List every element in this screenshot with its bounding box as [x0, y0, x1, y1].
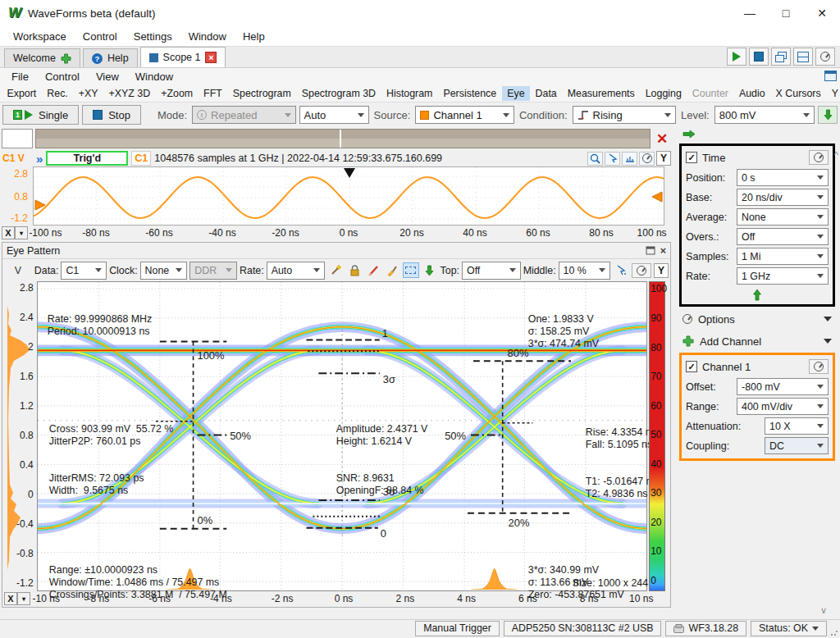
- status-button[interactable]: Status: OK: [751, 621, 827, 636]
- collapse-sidebar-button[interactable]: [679, 129, 835, 142]
- viewtab-xcursors[interactable]: X Cursors: [770, 86, 826, 101]
- global-options-button[interactable]: [815, 48, 835, 66]
- float-panel-icon[interactable]: [646, 246, 655, 255]
- eye-clock-select[interactable]: None: [140, 262, 188, 280]
- viewtab-eye[interactable]: Eye: [502, 86, 530, 101]
- eye-rate-select[interactable]: Auto: [267, 262, 326, 280]
- viewtab-spectrogram3d[interactable]: Spectrogram 3D: [296, 86, 381, 101]
- menu-help[interactable]: Help: [235, 29, 273, 44]
- viewtab-spectrogram[interactable]: Spectrogram: [227, 86, 296, 101]
- close-button[interactable]: ✕: [804, 1, 840, 25]
- viewtab-xyz3d[interactable]: +XYZ 3D: [103, 86, 156, 101]
- time-options-button[interactable]: [809, 150, 829, 165]
- range-select[interactable]: 400 mV/div: [737, 398, 829, 415]
- menu-control[interactable]: Control: [75, 29, 126, 44]
- source-select[interactable]: Channel 1: [415, 106, 514, 124]
- channel1-checkbox[interactable]: ✓: [686, 361, 697, 372]
- offset-select[interactable]: -800 mV: [737, 378, 829, 395]
- viewtab-histogram[interactable]: Histogram: [381, 86, 437, 101]
- add-tab-icon[interactable]: [61, 53, 71, 64]
- time-apply-button[interactable]: [686, 287, 829, 303]
- tab-welcome[interactable]: Welcome: [4, 48, 80, 67]
- close-buffer-icon[interactable]: ✕: [653, 130, 671, 148]
- eye-diagram-plot[interactable]: 100% 80% 50% 50% 0% 20% 1 3σ 3σ 0: [37, 281, 647, 591]
- base-select[interactable]: 20 ns/div: [737, 189, 829, 206]
- menu-window[interactable]: Window: [180, 29, 235, 44]
- manual-trigger-button[interactable]: Manual Trigger: [415, 621, 500, 636]
- eye-y-axis-button[interactable]: Y: [654, 263, 669, 278]
- scope-waveform-plot[interactable]: [33, 166, 664, 226]
- viewtab-xy[interactable]: +XY: [73, 86, 103, 101]
- rate-select[interactable]: 1 GHz: [737, 267, 829, 285]
- eye-apply-button[interactable]: [422, 262, 438, 278]
- viewtab-persistence[interactable]: Persistence: [438, 86, 502, 101]
- channel1-options-button[interactable]: [809, 359, 829, 374]
- viewtab-logging[interactable]: Logging: [640, 86, 687, 101]
- magic-wand-button[interactable]: [327, 262, 344, 278]
- samples-select[interactable]: 1 Mi: [737, 248, 829, 265]
- viewtab-zoom[interactable]: +Zoom: [156, 86, 199, 101]
- buffer-strip[interactable]: [35, 129, 651, 148]
- stop-button[interactable]: Stop: [82, 105, 141, 125]
- level-combo[interactable]: 800 mV: [714, 106, 815, 124]
- expand-chevron-icon[interactable]: »: [36, 152, 43, 166]
- scope-menu-control[interactable]: Control: [37, 70, 88, 84]
- single-button[interactable]: 1 Single: [2, 105, 79, 125]
- scope-options-button[interactable]: [639, 152, 655, 166]
- maximize-button[interactable]: □: [768, 1, 804, 25]
- right-trigger-level-marker[interactable]: [652, 192, 662, 202]
- viewtab-fft[interactable]: FFT: [199, 86, 228, 101]
- scope-menu-window[interactable]: Window: [127, 70, 181, 84]
- options-row[interactable]: Options: [679, 309, 835, 329]
- viewtab-measurements[interactable]: Measurements: [562, 86, 640, 101]
- lock-button[interactable]: [346, 262, 363, 278]
- scope-y-axis-button[interactable]: Y: [656, 151, 671, 166]
- eye-top-select[interactable]: Off: [462, 262, 521, 280]
- measure-tool-button[interactable]: [622, 152, 637, 166]
- cursor-tool-button[interactable]: [605, 152, 620, 166]
- hover-info-button[interactable]: [613, 262, 629, 278]
- viewtab-ycursors[interactable]: Y Cursors: [826, 86, 840, 101]
- clean-button[interactable]: [384, 262, 400, 278]
- oversampling-select[interactable]: Off: [737, 228, 829, 245]
- resize-grip[interactable]: [830, 628, 838, 636]
- average-select[interactable]: None: [737, 208, 829, 226]
- add-channel-row[interactable]: Add Channel: [679, 331, 835, 351]
- erase-button[interactable]: [365, 262, 381, 278]
- eye-data-select[interactable]: C1: [61, 262, 107, 280]
- marker-50pct-right: 50%: [445, 430, 466, 442]
- stop-all-button[interactable]: [749, 48, 769, 66]
- run-all-button[interactable]: [727, 48, 746, 66]
- tile-windows-button[interactable]: [793, 48, 813, 66]
- trigger-mode-select[interactable]: Auto: [299, 106, 369, 124]
- cascade-windows-button[interactable]: [771, 48, 791, 66]
- eye-options-button[interactable]: [632, 263, 651, 278]
- coupling-select[interactable]: DC: [765, 437, 829, 454]
- scope-menu-file[interactable]: File: [3, 70, 37, 84]
- menu-workspace[interactable]: Workspace: [5, 29, 75, 44]
- buffer-cursor[interactable]: [340, 130, 341, 148]
- position-select[interactable]: 0 s: [737, 169, 829, 186]
- viewtab-rec[interactable]: Rec.: [42, 86, 73, 101]
- attenuation-select[interactable]: 10 X: [765, 417, 829, 435]
- close-panel-icon[interactable]: ×: [660, 245, 666, 257]
- time-checkbox[interactable]: ✓: [686, 152, 697, 163]
- scope-x-axis-button[interactable]: X▾: [2, 226, 28, 239]
- viewtab-export[interactable]: Export: [2, 86, 42, 101]
- close-tab-icon[interactable]: ×: [205, 52, 217, 63]
- tab-scope-1[interactable]: Scope 1 ×: [140, 47, 226, 67]
- menu-settings[interactable]: Settings: [126, 29, 180, 44]
- viewtab-data[interactable]: Data: [530, 86, 562, 101]
- eye-x-axis-button[interactable]: X▾: [4, 592, 30, 605]
- viewtab-audio[interactable]: Audio: [733, 86, 770, 101]
- minimize-button[interactable]: —: [732, 1, 768, 25]
- dotted-display-button[interactable]: [403, 262, 419, 278]
- zoom-tool-button[interactable]: [587, 152, 603, 166]
- level-apply-button[interactable]: [818, 106, 838, 124]
- eye-middle-select[interactable]: 10 %: [559, 262, 611, 280]
- scope-menu-view[interactable]: View: [88, 70, 127, 84]
- undock-button[interactable]: [824, 71, 840, 84]
- version-button[interactable]: WF3.18.28: [665, 621, 746, 636]
- condition-select[interactable]: Rising: [573, 106, 677, 124]
- tab-help[interactable]: ? Help: [83, 48, 138, 67]
